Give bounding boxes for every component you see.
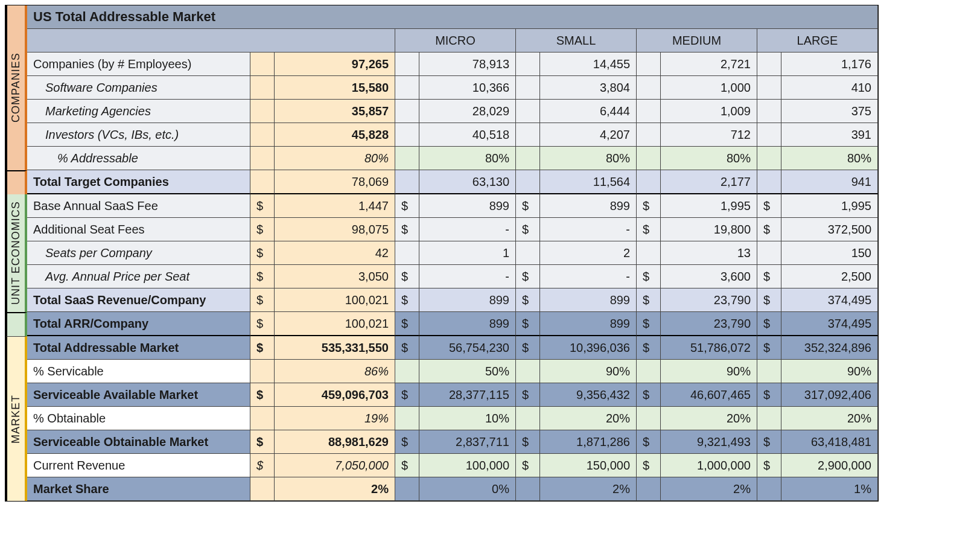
cell-sym: $ [395,430,419,454]
row-label: Companies (by # Employees) [27,53,250,76]
cell-value: 88,981,629 [275,430,395,454]
cell-sym [637,477,661,501]
cell-sym: $ [757,218,781,241]
cell-value: 899 [540,194,637,218]
cell-value: 1,176 [781,53,878,76]
cell-sym [516,53,540,76]
cell-value: 14,455 [540,53,637,76]
cell-value: 40,518 [419,123,516,147]
cell-sym [250,147,275,170]
cell-value: 1,995 [781,194,878,218]
cell-value: 2% [275,477,395,501]
cell-value: 2% [540,477,637,501]
cell-value: 63,418,481 [781,430,878,454]
cell-value: 20% [781,407,878,430]
cell-value: 10,366 [419,76,516,100]
cell-sym: $ [757,288,781,312]
col-header-large: LARGE [757,29,878,53]
cell-value: 6,444 [540,100,637,123]
cell-value: 90% [661,360,757,383]
cell-value: 28,377,115 [419,383,516,407]
cell-value: 899 [419,194,516,218]
cell-value: 1 [419,241,516,265]
cell-sym [757,100,781,123]
cell-sym: $ [250,241,275,265]
cell-value: - [540,218,637,241]
cell-sym [757,53,781,76]
cell-sym: $ [637,336,661,360]
cell-sym: $ [516,194,540,218]
cell-sym [395,76,419,100]
cell-value: 80% [275,147,395,170]
cell-value: 459,096,703 [275,383,395,407]
cell-value: 50% [419,360,516,383]
cell-sym [757,76,781,100]
cell-value: 3,600 [661,265,757,288]
cell-value: 63,130 [419,170,516,194]
cell-value: 2,721 [661,53,757,76]
header-spacer [27,29,395,53]
page-title: US Total Addressable Market [27,5,878,29]
cell-value: 899 [419,312,516,336]
cell-sym [516,76,540,100]
cell-sym [757,170,781,194]
section-label-companies: COMPANIES [5,5,27,170]
cell-value: 86% [275,360,395,383]
cell-sym [757,123,781,147]
cell-sym: $ [757,430,781,454]
cell-value: 9,356,432 [540,383,637,407]
row-label: Current Revenue [27,454,250,477]
row-label: % Obtainable [27,407,250,430]
cell-value: 150 [781,241,878,265]
cell-sym [250,360,275,383]
cell-sym [250,100,275,123]
cell-value: 535,331,550 [275,336,395,360]
cell-sym: $ [250,383,275,407]
cell-sym [637,241,661,265]
cell-value: 100,021 [275,312,395,336]
cell-sym: $ [637,430,661,454]
row-label: Base Annual SaaS Fee [27,194,250,218]
cell-sym [250,407,275,430]
cell-value: 352,324,896 [781,336,878,360]
cell-value: 1,000 [661,76,757,100]
cell-value: 10,396,036 [540,336,637,360]
cell-value: 7,050,000 [275,454,395,477]
cell-value: 90% [540,360,637,383]
cell-sym [516,407,540,430]
cell-value: 35,857 [275,100,395,123]
cell-value: 1,871,286 [540,430,637,454]
cell-sym [395,53,419,76]
cell-sym: $ [395,312,419,336]
cell-value: 51,786,072 [661,336,757,360]
cell-value: 1,995 [661,194,757,218]
cell-sym [757,241,781,265]
cell-sym: $ [395,194,419,218]
cell-sym [757,407,781,430]
cell-sym [757,147,781,170]
cell-sym [516,360,540,383]
cell-sym [637,407,661,430]
cell-value: 46,607,465 [661,383,757,407]
cell-sym [250,477,275,501]
cell-sym: $ [250,430,275,454]
cell-value: 80% [419,147,516,170]
cell-value: 150,000 [540,454,637,477]
cell-sym: $ [516,265,540,288]
cell-sym [395,123,419,147]
cell-sym [250,53,275,76]
cell-value: 80% [540,147,637,170]
cell-value: 90% [781,360,878,383]
cell-value: 9,321,493 [661,430,757,454]
row-label: Seats per Company [27,241,250,265]
cell-sym: $ [516,383,540,407]
cell-value: 28,029 [419,100,516,123]
cell-sym [395,170,419,194]
cell-sym: $ [250,336,275,360]
cell-sym: $ [757,454,781,477]
cell-sym [516,123,540,147]
cell-value: 80% [781,147,878,170]
cell-sym [637,360,661,383]
cell-value: 410 [781,76,878,100]
cell-value: 1,447 [275,194,395,218]
